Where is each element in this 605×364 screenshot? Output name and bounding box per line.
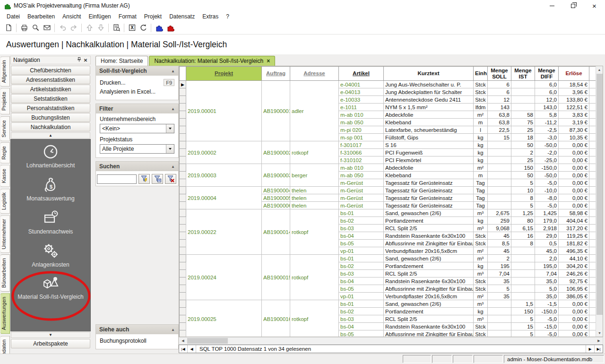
cell-erloese[interactable]: 246,26 € <box>559 270 589 277</box>
cell-artikel[interactable]: bs-01 <box>339 209 384 217</box>
cell-artikel[interactable]: f-310102 <box>339 156 384 164</box>
cell-erloese[interactable]: 44,10 € <box>559 255 589 262</box>
cell-menge-ist[interactable] <box>511 247 535 255</box>
nav-big-lohnartenuebersicht[interactable]: Lohnartenübersicht <box>11 143 90 176</box>
cell-einheit[interactable]: lfdm <box>474 104 488 111</box>
cell-projekt[interactable]: 2019.00025 <box>186 300 262 338</box>
column-header-menge-diff[interactable]: Menge DIFF <box>535 67 559 81</box>
row-selector[interactable] <box>180 104 186 111</box>
cell-projekt[interactable]: 2019.00022 <box>186 209 262 255</box>
cell-menge-soll[interactable]: 9,068 <box>488 225 511 232</box>
nav-item-setstatistiken[interactable]: Setstatistiken <box>11 94 90 103</box>
cell-menge-soll[interactable] <box>488 308 511 315</box>
nav-big-stundennachweis[interactable]: Stundennachweis <box>11 209 90 243</box>
cell-menge-ist[interactable] <box>511 88 535 96</box>
cell-menge-soll[interactable] <box>488 315 511 323</box>
cell-erloese[interactable]: 404,04 € <box>559 217 589 225</box>
cell-menge-diff[interactable]: 5,0 <box>535 285 559 293</box>
row-selector[interactable] <box>180 232 186 240</box>
row-selector[interactable] <box>180 255 186 262</box>
cell-menge-soll[interactable] <box>488 187 511 194</box>
cell-menge-soll[interactable]: 35 <box>488 277 511 285</box>
minimize-button[interactable] <box>541 0 562 11</box>
row-selector[interactable] <box>180 172 186 179</box>
cell-kurztext[interactable]: Verbundpflaster 20x16,5x8cm <box>384 247 474 255</box>
cell-artikel[interactable]: bs-03 <box>339 315 384 323</box>
cell-menge-soll[interactable]: 8,5 <box>488 240 511 247</box>
cell-artikel[interactable]: bs-03 <box>339 270 384 277</box>
row-selector[interactable] <box>180 285 186 293</box>
row-selector[interactable] <box>180 209 186 217</box>
cell-artikel[interactable]: bs-02 <box>339 217 384 225</box>
cell-einheit[interactable]: m³ <box>474 255 488 262</box>
cell-einheit[interactable]: Stck <box>474 330 488 338</box>
cell-erloese[interactable]: 181,82 € <box>559 240 589 247</box>
cell-kurztext[interactable]: Randstein Rasenkante 6x30x100 <box>384 323 474 330</box>
cell-menge-diff[interactable]: -5,0 <box>535 315 559 323</box>
cell-menge-soll[interactable] <box>488 202 511 209</box>
cell-menge-ist[interactable]: 8 <box>511 194 535 202</box>
side-tab-b-roarbeiten[interactable]: Büroarbeiten <box>0 254 10 292</box>
cell-einheit[interactable]: Stck <box>474 232 488 240</box>
cell-menge-diff[interactable]: -8,0 <box>535 194 559 202</box>
cell-adresse[interactable]: berger <box>290 164 339 187</box>
cell-menge-diff[interactable]: -3,0 <box>535 134 559 141</box>
menu-item-projekt[interactable]: Projekt <box>140 12 165 21</box>
menu-item-extras[interactable]: Extras <box>199 12 222 21</box>
row-selector[interactable] <box>180 300 186 308</box>
cell-menge-ist[interactable] <box>511 81 535 88</box>
menu-item-bearbeiten[interactable]: Bearbeiten <box>24 12 59 21</box>
cell-erloese[interactable]: 0,00 € <box>559 141 589 149</box>
previous-record-button[interactable]: ◀ <box>188 345 196 353</box>
cell-menge-ist[interactable] <box>511 277 535 285</box>
cell-erloese[interactable]: 0,00 € <box>559 164 589 172</box>
cell-einheit[interactable]: Tag <box>474 194 488 202</box>
row-selector[interactable] <box>180 270 186 277</box>
cell-auftrag[interactable]: AB1900005 <box>262 194 290 202</box>
cell-kurztext[interactable]: Sand, gewaschen (2/6) <box>384 300 474 308</box>
cell-einheit[interactable]: m² <box>474 293 488 300</box>
row-selector[interactable] <box>180 240 186 247</box>
row-selector[interactable] <box>180 156 186 164</box>
cell-artikel[interactable]: m-sp 001 <box>339 134 384 141</box>
cell-artikel[interactable]: bs-01 <box>339 300 384 308</box>
row-selector[interactable] <box>180 293 186 300</box>
cell-erloese[interactable]: 0,00 € <box>559 308 589 315</box>
tab-nachkalkulation-material-soll-ist-vergleich[interactable]: Nachkalkulation: Material Soll-/Ist-Verg… <box>149 56 275 66</box>
cell-menge-diff[interactable]: 2,918 <box>535 225 559 232</box>
cell-menge-soll[interactable]: 45 <box>488 232 511 240</box>
cell-erloese[interactable]: 496,35 € <box>559 247 589 255</box>
cell-kurztext[interactable]: Antennensteckdose Gedu 2411 <box>384 96 474 104</box>
nav-item-nachkalkulation[interactable]: Nachkalkulation <box>11 122 90 131</box>
cell-auftrag[interactable]: AB1900006 <box>262 202 290 209</box>
cell-einheit[interactable]: Stck <box>474 323 488 330</box>
cell-menge-soll[interactable]: 63,8 <box>488 119 511 126</box>
cell-menge-ist[interactable]: 6,15 <box>511 225 535 232</box>
collapse-icon[interactable]: ▲ <box>171 328 175 332</box>
cell-menge-diff[interactable]: -15,0 <box>535 323 559 330</box>
cell-erloese[interactable]: 0,00 € <box>559 187 589 194</box>
cell-menge-ist[interactable] <box>511 255 535 262</box>
cell-menge-diff[interactable]: 195,0 <box>535 262 559 270</box>
cell-einheit[interactable]: Stck <box>474 88 488 96</box>
cell-erloese[interactable]: 0,00 € <box>559 179 589 187</box>
nav-item-buchungslisten[interactable]: Buchungslisten <box>11 113 90 122</box>
cell-einheit[interactable]: m³ <box>474 270 488 277</box>
column-header-kurztext[interactable]: Kurztext <box>384 67 474 81</box>
cell-erloese[interactable]: 122,51 € <box>559 104 589 111</box>
cell-menge-diff[interactable]: 179,0 <box>535 217 559 225</box>
cell-kurztext[interactable]: Latexfarbe, scheuerbeständig <box>384 126 474 134</box>
cell-menge-diff[interactable]: 35,0 <box>535 277 559 285</box>
cell-menge-soll[interactable]: 12 <box>488 96 511 104</box>
cell-erloese[interactable]: 106,95 € <box>559 285 589 293</box>
print-preview-button[interactable] <box>30 22 41 34</box>
cell-artikel[interactable]: m-ab 050 <box>339 172 384 179</box>
cell-menge-ist[interactable]: 5 <box>511 330 535 338</box>
card-header[interactable]: Filter▲ <box>96 104 178 113</box>
cell-einheit[interactable]: Stck <box>474 285 488 293</box>
cell-menge-ist[interactable]: 1,5 <box>511 300 535 308</box>
menu-item-ansicht[interactable]: Ansicht <box>59 12 85 21</box>
cell-menge-ist[interactable]: 8 <box>511 240 535 247</box>
cell-kurztext[interactable]: Randstein Rasenkante 6x30x100 <box>384 277 474 285</box>
cell-menge-soll[interactable]: 2 <box>488 255 511 262</box>
